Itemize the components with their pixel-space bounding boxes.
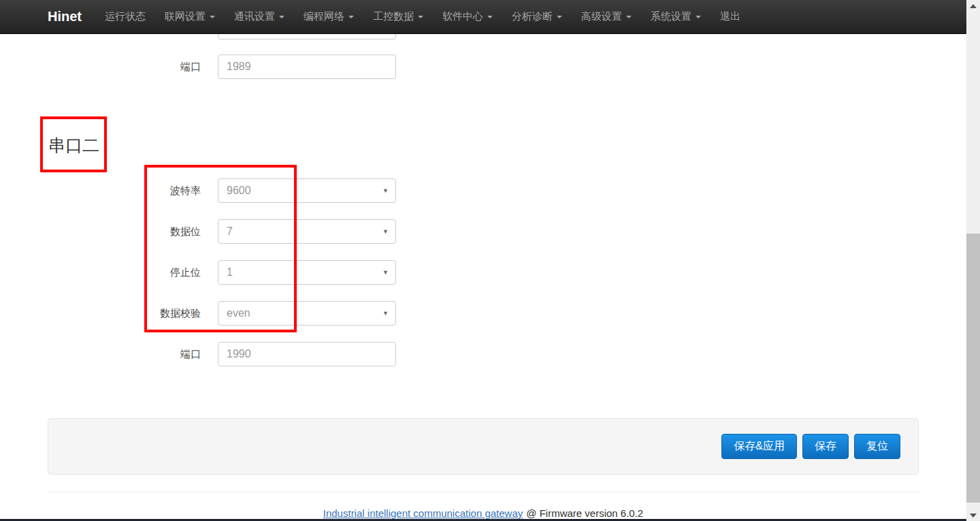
field-label: 端口 bbox=[0, 61, 201, 74]
selected-value: 1 bbox=[227, 266, 233, 279]
selected-value: 7 bbox=[227, 225, 233, 238]
nav-item-analysis-diagnosis[interactable]: 分析诊断 bbox=[502, 0, 572, 34]
navbar: Hinet 运行状态 联网设置 通讯设置 编程网络 工控数据 软件中心 分析诊断… bbox=[0, 0, 966, 34]
parity-select[interactable]: even ▼ bbox=[218, 301, 396, 326]
nav-item-label: 联网设置 bbox=[165, 10, 206, 23]
caret-down-icon bbox=[418, 16, 423, 18]
gateway-link[interactable]: Industrial intelligent communication gat… bbox=[323, 507, 523, 519]
chevron-down-icon: ▼ bbox=[382, 270, 389, 276]
caret-down-icon bbox=[348, 16, 354, 18]
nav-item-label: 通讯设置 bbox=[234, 10, 275, 23]
form-row-serial2-port: 端口 bbox=[0, 342, 422, 366]
field-label: 数据校验 bbox=[0, 307, 201, 320]
section-heading-serial2: 串口二 bbox=[48, 134, 99, 157]
brand-logo[interactable]: Hinet bbox=[0, 9, 95, 25]
nav-item-software-center[interactable]: 软件中心 bbox=[433, 0, 502, 34]
form-row-data-bits: 数据位 7 ▼ bbox=[0, 219, 422, 244]
field-label: 端口 bbox=[0, 348, 201, 361]
field-label: 波特率 bbox=[0, 185, 201, 198]
footer: Industrial intelligent communication gat… bbox=[0, 507, 966, 519]
baud-rate-select[interactable]: 9600 ▼ bbox=[218, 178, 396, 203]
nav-item-label: 编程网络 bbox=[304, 10, 344, 23]
selected-value: even bbox=[227, 307, 250, 319]
data-bits-select[interactable]: 7 ▼ bbox=[218, 219, 396, 244]
nav-item-label: 高级设置 bbox=[581, 10, 622, 23]
nav-item-logout[interactable]: 退出 bbox=[710, 0, 750, 34]
triangle-up-icon bbox=[970, 4, 977, 8]
caret-down-icon bbox=[210, 16, 215, 18]
triangle-down-icon bbox=[970, 514, 977, 518]
stop-bits-select[interactable]: 1 ▼ bbox=[218, 260, 396, 285]
nav-item-communication-settings[interactable]: 通讯设置 bbox=[225, 0, 294, 34]
nav-item-programming-network[interactable]: 编程网络 bbox=[294, 0, 363, 34]
reset-button[interactable]: 复位 bbox=[854, 434, 900, 459]
selected-value: 9600 bbox=[227, 185, 251, 197]
nav-item-label: 系统设置 bbox=[651, 10, 691, 23]
nav-item-advanced-settings[interactable]: 高级设置 bbox=[572, 0, 641, 34]
nav-item-label: 工控数据 bbox=[373, 10, 414, 23]
scrollbar[interactable] bbox=[966, 0, 980, 521]
chevron-down-icon: ▼ bbox=[382, 188, 389, 194]
form-row-serial1-port: 端口 bbox=[0, 54, 422, 79]
form-row-baud-rate: 波特率 9600 ▼ bbox=[0, 178, 422, 203]
footer-divider bbox=[48, 492, 919, 492]
nav-item-label: 软件中心 bbox=[442, 10, 483, 23]
caret-down-icon bbox=[557, 16, 562, 18]
field-label: 数据位 bbox=[0, 225, 201, 238]
chevron-down-icon: ▼ bbox=[382, 311, 389, 317]
save-apply-button[interactable]: 保存&应用 bbox=[721, 434, 797, 459]
serial1-port-input[interactable] bbox=[218, 54, 396, 79]
form-row-stop-bits: 停止位 1 ▼ bbox=[0, 260, 422, 285]
nav-item-label: 退出 bbox=[720, 10, 740, 23]
scroll-down-arrow[interactable] bbox=[966, 509, 980, 521]
scrollbar-thumb[interactable] bbox=[966, 234, 980, 503]
nav-item-industrial-data[interactable]: 工控数据 bbox=[363, 0, 433, 34]
nav-item-running-status[interactable]: 运行状态 bbox=[95, 0, 155, 34]
save-button[interactable]: 保存 bbox=[802, 434, 849, 459]
nav-item-network-settings[interactable]: 联网设置 bbox=[155, 0, 225, 34]
scroll-up-arrow[interactable] bbox=[966, 0, 980, 12]
form-row-parity: 数据校验 even ▼ bbox=[0, 301, 422, 326]
field-label: 停止位 bbox=[0, 266, 201, 279]
chevron-down-icon: ▼ bbox=[382, 229, 389, 235]
nav-item-system-settings[interactable]: 系统设置 bbox=[641, 0, 710, 34]
nav-item-label: 分析诊断 bbox=[512, 10, 553, 23]
nav-item-label: 运行状态 bbox=[105, 10, 146, 23]
caret-down-icon bbox=[626, 16, 632, 18]
caret-down-icon bbox=[279, 16, 284, 18]
form-actions-panel: 保存&应用 保存 复位 bbox=[48, 418, 919, 475]
firmware-version-text: @ Firmware version 6.0.2 bbox=[526, 507, 643, 519]
serial2-port-input[interactable] bbox=[218, 342, 396, 366]
caret-down-icon bbox=[487, 16, 493, 18]
caret-down-icon bbox=[696, 16, 701, 18]
